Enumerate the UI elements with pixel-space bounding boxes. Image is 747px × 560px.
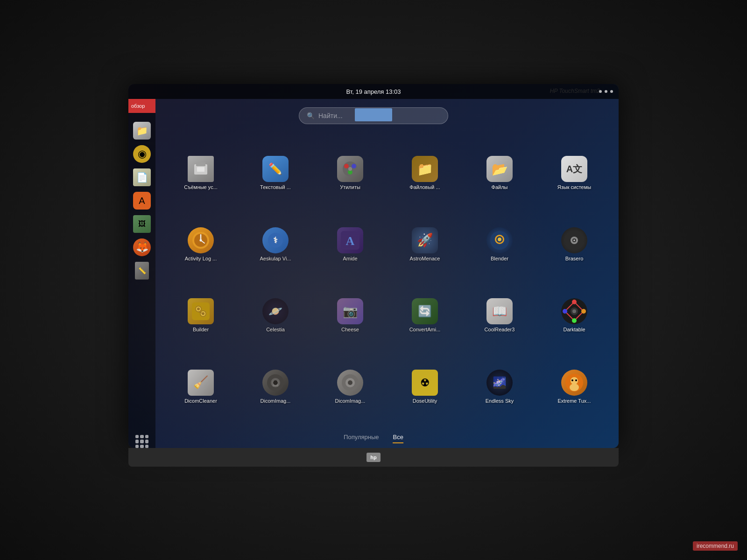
svg-text:⚕: ⚕: [273, 236, 278, 245]
gnome-desktop: Вт, 19 апреля 13:03 HP TouchSmart tm2 об…: [128, 84, 619, 448]
app-coolreader[interactable]: 📖 CoolReader3: [465, 282, 535, 349]
folder-icon: 📁: [133, 122, 151, 140]
hp-logo: hp: [366, 453, 381, 462]
recommend-watermark: irecommend.ru: [693, 541, 738, 551]
app-activity-log[interactable]: Activity Log ...: [166, 211, 236, 278]
app-darktable[interactable]: Darktable: [539, 282, 609, 349]
builder-icon: [188, 298, 214, 324]
top-bar-right: [599, 90, 613, 93]
grid-dot-4: [135, 440, 139, 443]
sidebar-overview[interactable]: обзор: [128, 99, 155, 113]
svg-rect-1: [196, 162, 205, 166]
photo-icon: 🖼: [133, 215, 151, 233]
app-blender-label: Blender: [491, 256, 508, 262]
utilities-icon: [337, 156, 363, 182]
status-indicator-1: [599, 90, 602, 93]
svg-point-7: [348, 167, 352, 171]
tab-all[interactable]: Все: [393, 434, 403, 443]
doseutility-icon: ☢: [412, 370, 438, 396]
app-coolreader-label: CoolReader3: [485, 327, 515, 333]
app-text-editor[interactable]: ✏️ Текстовый ...: [240, 140, 310, 207]
app-dicomcleaner[interactable]: 🧹 DicomCleaner: [166, 354, 236, 420]
tab-popular[interactable]: Популярные: [344, 434, 379, 443]
app-endlessky[interactable]: 🌌 Endless Sky: [465, 354, 535, 420]
grid-dot-8: [140, 445, 143, 448]
status-indicator-2: [605, 90, 607, 93]
app-filemanager-label: Файловый ...: [409, 184, 440, 190]
sidebar-item-notes[interactable]: 📄: [132, 168, 152, 187]
laptop-screen: feldsher_ne Вт, 19 апреля 13:03 H: [128, 84, 619, 448]
convertami-icon: 🔄: [412, 298, 438, 324]
svg-point-20: [498, 238, 501, 241]
darktable-icon: [561, 298, 587, 324]
astromenace-icon: 🚀: [412, 227, 438, 253]
app-files-label: Файлы: [492, 184, 508, 190]
files-icon: 📂: [486, 156, 513, 182]
search-bar[interactable]: 🔍 Найти...: [299, 107, 448, 124]
svg-point-43: [348, 380, 352, 385]
app-dicomimag2[interactable]: DicomImag...: [315, 354, 385, 420]
svg-text:☢: ☢: [420, 377, 430, 389]
removable-icon: [188, 156, 214, 182]
app-brasero[interactable]: Brasero: [539, 211, 609, 278]
cheese-icon: 📷: [337, 298, 363, 324]
app-removable[interactable]: Съёмные ус...: [166, 140, 236, 207]
svg-point-34: [572, 318, 577, 323]
store-icon: A: [133, 192, 151, 210]
app-utilities[interactable]: Утилиты: [315, 140, 385, 207]
svg-point-12: [200, 239, 202, 241]
sidebar-item-tool[interactable]: 📏: [132, 261, 152, 280]
app-convertami-label: ConvertAmi...: [409, 327, 441, 333]
app-darktable-label: Darktable: [563, 327, 585, 333]
app-language-label: Язык системы: [557, 184, 591, 190]
app-files[interactable]: 📂 Файлы: [465, 140, 535, 207]
overview-label: обзор: [131, 103, 145, 109]
search-icon: 🔍: [307, 112, 315, 119]
grid-dots-icon[interactable]: [135, 435, 148, 448]
app-extremetux[interactable]: Extreme Tux...: [539, 354, 609, 420]
svg-rect-25: [192, 302, 210, 320]
grid-dot-9: [145, 445, 148, 448]
app-blender[interactable]: Blender: [465, 211, 535, 278]
app-convertami[interactable]: 🔄 ConvertAmi...: [390, 282, 460, 349]
app-removable-label: Съёмные ус...: [184, 184, 218, 190]
app-language[interactable]: A文 Язык системы: [539, 140, 609, 207]
sidebar-item-firefox[interactable]: 🦊: [132, 238, 152, 257]
sidebar-item-folder[interactable]: 📁: [132, 121, 152, 140]
grid-dot-5: [140, 440, 143, 443]
svg-point-27: [197, 308, 200, 310]
grid-dot-6: [145, 440, 148, 443]
app-text-editor-label: Текстовый ...: [260, 184, 291, 190]
app-cheese[interactable]: 📷 Cheese: [315, 282, 385, 349]
app-doseutility[interactable]: ☢ DoseUtility: [390, 354, 460, 420]
app-filemanager[interactable]: 📁 Файловый ...: [390, 140, 460, 207]
app-dicomimag1[interactable]: DicomImag...: [240, 354, 310, 420]
sidebar-item-photo[interactable]: 🖼: [132, 214, 152, 234]
laptop-bezel-bottom: hp: [128, 448, 619, 467]
app-builder[interactable]: Builder: [166, 282, 236, 349]
app-amide[interactable]: A Amide: [315, 211, 385, 278]
svg-point-33: [581, 309, 586, 314]
activity-log-icon: [188, 227, 214, 253]
sidebar-item-disk[interactable]: ◉: [132, 144, 152, 164]
app-extremetux-label: Extreme Tux...: [558, 398, 591, 404]
grid-dot-2: [140, 435, 143, 438]
app-activity-log-label: Activity Log ...: [185, 256, 217, 262]
svg-point-4: [344, 164, 349, 168]
svg-point-50: [575, 379, 577, 381]
app-dicomcleaner-label: DicomCleaner: [184, 398, 217, 404]
sidebar-item-store[interactable]: A: [132, 191, 152, 210]
amide-icon: A: [337, 227, 363, 253]
app-celestia[interactable]: 🪐 Celestia: [240, 282, 310, 349]
app-brasero-label: Brasero: [565, 256, 584, 262]
app-celestia-label: Celestia: [266, 327, 285, 333]
app-amide-label: Amide: [343, 256, 357, 262]
search-bar-container: 🔍 Найти...: [299, 107, 448, 124]
app-astromenace[interactable]: 🚀 AstroMenace: [390, 211, 460, 278]
svg-text:A: A: [346, 234, 355, 248]
text-editor-icon: ✏️: [262, 156, 289, 182]
app-aeskulap-label: Aeskulap Vi...: [260, 256, 291, 262]
app-cheese-label: Cheese: [341, 327, 359, 333]
app-aeskulap[interactable]: ⚕ Aeskulap Vi...: [240, 211, 310, 278]
top-bar: Вт, 19 апреля 13:03: [128, 84, 619, 99]
